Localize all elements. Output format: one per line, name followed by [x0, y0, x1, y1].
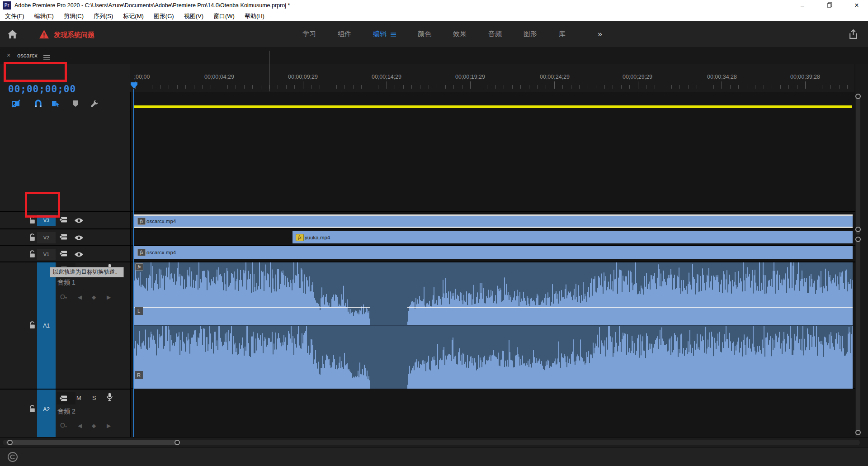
- ruler-tick: [194, 85, 194, 89]
- source-patch-icon[interactable]: [59, 233, 67, 242]
- video-tracks-scrollbar[interactable]: [856, 95, 860, 235]
- ruler-tick: [546, 85, 546, 89]
- mute-button[interactable]: M: [76, 395, 81, 401]
- target-track-button-v2[interactable]: V2: [37, 232, 56, 243]
- next-keyframe-button[interactable]: ▶: [107, 423, 111, 429]
- ruler-tick-major: [219, 81, 219, 89]
- ruler-label: 00;00;14;29: [372, 74, 401, 80]
- ruler-tick: [671, 85, 672, 89]
- snap-toggle[interactable]: [33, 99, 43, 109]
- track-name-a1[interactable]: 音频 1: [57, 279, 75, 287]
- add-keyframe-button[interactable]: ◆: [92, 294, 96, 300]
- ruler-tick: [747, 85, 747, 89]
- restore-button[interactable]: [819, 0, 840, 11]
- menu-item-0[interactable]: 文件(F): [0, 11, 29, 21]
- toggle-track-output-eye-icon[interactable]: [74, 251, 84, 259]
- workspace-tab-音频[interactable]: 音频: [477, 30, 513, 38]
- lock-icon[interactable]: [29, 233, 36, 241]
- source-patch-icon[interactable]: [59, 395, 67, 404]
- export-button[interactable]: [848, 29, 859, 41]
- minimize-button[interactable]: –: [792, 0, 813, 11]
- linked-selection-toggle[interactable]: [50, 99, 61, 109]
- menu-item-7[interactable]: 窗口(W): [208, 11, 240, 21]
- voiceover-record-mic-icon[interactable]: [107, 393, 113, 403]
- scrollbar-handle[interactable]: [175, 440, 180, 445]
- clip-v2-yuuka[interactable]: fx yuuka.mp4: [292, 231, 853, 243]
- ruler-tick: [395, 85, 395, 89]
- toggle-track-output-eye-icon[interactable]: [74, 217, 84, 225]
- source-patch-icon[interactable]: [59, 250, 67, 259]
- add-marker-button[interactable]: [70, 99, 81, 109]
- scrollbar-handle[interactable]: [855, 227, 861, 232]
- scrollbar-handle[interactable]: [7, 440, 13, 445]
- workspace-tab-组件[interactable]: 组件: [327, 30, 362, 38]
- menu-item-4[interactable]: 标记(M): [118, 11, 149, 21]
- lock-icon[interactable]: [29, 321, 36, 329]
- ruler-tick: [646, 85, 646, 89]
- ruler-tick: [227, 85, 228, 89]
- scrollbar-handle[interactable]: [855, 430, 861, 435]
- audio-tracks-scrollbar[interactable]: [856, 238, 860, 435]
- workspace-tab-颜色[interactable]: 颜色: [407, 30, 442, 38]
- toggle-track-output-eye-icon[interactable]: [74, 234, 84, 243]
- ruler-tick: [571, 85, 571, 89]
- add-keyframe-button[interactable]: ◆: [92, 423, 96, 429]
- workspace-overflow-button[interactable]: »: [592, 21, 608, 47]
- playhead-timecode[interactable]: 00;00;00;00: [8, 84, 76, 95]
- keyframe-pen-button[interactable]: O▾: [60, 293, 67, 300]
- panel-tab-close-icon[interactable]: ×: [5, 51, 13, 59]
- horizontal-scrollbar-row: [0, 437, 868, 447]
- workspace-tab-库[interactable]: 库: [548, 30, 576, 38]
- close-button[interactable]: ×: [846, 0, 867, 11]
- timeline-settings-button[interactable]: [89, 99, 100, 109]
- creative-cloud-sync-icon[interactable]: [7, 452, 18, 464]
- workspace-tab-编辑[interactable]: 编辑: [362, 30, 407, 38]
- target-track-button-v1[interactable]: V1: [37, 249, 56, 260]
- workspace-tab-label: 音频: [488, 30, 502, 38]
- ruler-label: 00;00;29;29: [623, 74, 652, 80]
- workspace-tab-menu-icon[interactable]: [391, 30, 396, 38]
- menu-item-2[interactable]: 剪辑(C): [59, 11, 89, 21]
- source-patch-icon[interactable]: [59, 216, 67, 225]
- clip-a1-audio-waveform[interactable]: [134, 262, 853, 389]
- timeline-ruler[interactable]: ;00;0000;00;04;2900;00;09;2900;00;14;290…: [130, 64, 854, 92]
- track-name-a2[interactable]: 音频 2: [57, 408, 75, 416]
- work-area-bar[interactable]: [133, 105, 852, 108]
- horizontal-scrollbar-thumb[interactable]: [6, 440, 180, 445]
- keyframe-pen-button[interactable]: O▾: [60, 422, 67, 429]
- next-keyframe-button[interactable]: ▶: [107, 294, 111, 300]
- ruler-tick: [152, 85, 152, 89]
- menu-item-3[interactable]: 序列(S): [89, 11, 118, 21]
- scrollbar-handle[interactable]: [855, 94, 861, 99]
- clip-v1-oscarcx[interactable]: fx oscarcx.mp4: [134, 246, 853, 259]
- sequence-tab[interactable]: oscarcx: [17, 47, 38, 64]
- ruler-label: 00;00;24;29: [540, 74, 570, 80]
- ruler-tick-major: [470, 81, 471, 89]
- workspace-tab-效果[interactable]: 效果: [442, 30, 477, 38]
- ruler-label: 00;00;34;28: [707, 74, 737, 80]
- scrollbar-handle[interactable]: [855, 237, 861, 242]
- ruler-tick: [294, 85, 295, 89]
- lock-icon[interactable]: [29, 250, 36, 258]
- ruler-tick: [839, 85, 840, 89]
- menu-bar: 文件(F)编辑(E)剪辑(C)序列(S)标记(M)图形(G)视图(V)窗口(W)…: [0, 11, 868, 21]
- ruler-tick: [252, 85, 253, 89]
- menu-item-5[interactable]: 图形(G): [149, 11, 179, 21]
- fx-badge: fx: [137, 249, 146, 256]
- menu-item-6[interactable]: 视图(V): [179, 11, 208, 21]
- menu-item-8[interactable]: 帮助(H): [240, 11, 269, 21]
- previous-keyframe-button[interactable]: ◀: [78, 423, 82, 429]
- solo-button[interactable]: S: [92, 395, 96, 401]
- ruler-tick: [403, 85, 404, 89]
- ruler-tick-major: [303, 81, 303, 89]
- menu-item-1[interactable]: 编辑(E): [29, 11, 59, 21]
- lock-icon[interactable]: [29, 405, 36, 413]
- clip-v3-oscarcx[interactable]: fx oscarcx.mp4: [134, 214, 853, 228]
- ruler-tick: [713, 85, 714, 89]
- previous-keyframe-button[interactable]: ◀: [78, 294, 82, 300]
- insert-overwrite-toggle[interactable]: [10, 99, 21, 109]
- panel-menu-icon[interactable]: [43, 53, 50, 62]
- workspace-tab-学习[interactable]: 学习: [292, 30, 327, 38]
- workspace-tab-图形[interactable]: 图形: [513, 30, 548, 38]
- ruler-tick: [236, 85, 236, 89]
